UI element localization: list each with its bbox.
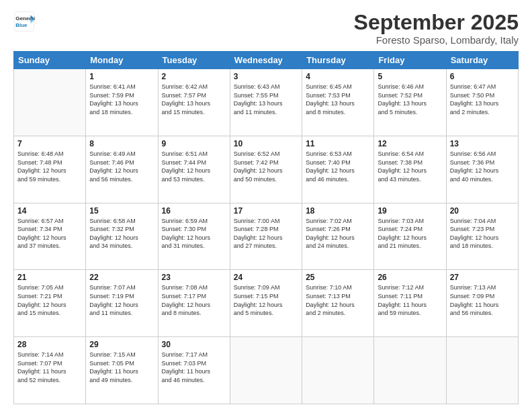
day-number: 10 xyxy=(234,139,298,148)
day-number: 7 xyxy=(17,139,82,148)
calendar-cell: 7Sunrise: 6:48 AM Sunset: 7:48 PM Daylig… xyxy=(14,136,86,203)
day-number: 1 xyxy=(89,72,154,81)
header-monday: Monday xyxy=(86,52,158,69)
calendar-cell: 3Sunrise: 6:43 AM Sunset: 7:55 PM Daylig… xyxy=(230,69,302,136)
day-number: 26 xyxy=(378,273,442,282)
calendar-cell: 30Sunrise: 7:17 AM Sunset: 7:03 PM Dayli… xyxy=(158,337,230,404)
day-number: 13 xyxy=(450,139,515,148)
day-number: 11 xyxy=(306,139,370,148)
page: General Blue September 2025 Foresto Spar… xyxy=(0,0,532,411)
day-number: 24 xyxy=(234,273,298,282)
calendar-cell: 4Sunrise: 6:45 AM Sunset: 7:53 PM Daylig… xyxy=(302,69,374,136)
day-info: Sunrise: 6:52 AM Sunset: 7:42 PM Dayligh… xyxy=(234,150,298,183)
weekday-header-row: Sunday Monday Tuesday Wednesday Thursday… xyxy=(14,52,519,69)
calendar-cell: 1Sunrise: 6:41 AM Sunset: 7:59 PM Daylig… xyxy=(86,69,158,136)
calendar-cell: 11Sunrise: 6:53 AM Sunset: 7:40 PM Dayli… xyxy=(302,136,374,203)
day-info: Sunrise: 6:46 AM Sunset: 7:52 PM Dayligh… xyxy=(378,83,442,116)
calendar-subtitle: Foresto Sparso, Lombardy, Italy xyxy=(354,34,519,46)
day-info: Sunrise: 7:13 AM Sunset: 7:09 PM Dayligh… xyxy=(450,283,515,317)
day-number: 27 xyxy=(450,273,515,282)
calendar-title: September 2025 xyxy=(354,11,519,34)
title-block: September 2025 Foresto Sparso, Lombardy,… xyxy=(354,11,519,46)
day-info: Sunrise: 6:48 AM Sunset: 7:48 PM Dayligh… xyxy=(17,150,82,183)
day-number: 5 xyxy=(378,72,442,81)
day-number: 4 xyxy=(306,72,370,81)
day-number: 9 xyxy=(162,139,226,148)
calendar-cell: 5Sunrise: 6:46 AM Sunset: 7:52 PM Daylig… xyxy=(374,69,446,136)
day-info: Sunrise: 6:58 AM Sunset: 7:32 PM Dayligh… xyxy=(89,217,154,250)
day-number: 25 xyxy=(306,273,370,282)
day-info: Sunrise: 7:08 AM Sunset: 7:17 PM Dayligh… xyxy=(162,283,226,317)
calendar-cell: 26Sunrise: 7:12 AM Sunset: 7:11 PM Dayli… xyxy=(374,270,446,337)
day-info: Sunrise: 7:09 AM Sunset: 7:15 PM Dayligh… xyxy=(234,283,298,317)
header-wednesday: Wednesday xyxy=(230,52,302,69)
day-info: Sunrise: 7:14 AM Sunset: 7:07 PM Dayligh… xyxy=(17,351,82,384)
day-number: 2 xyxy=(162,72,226,81)
calendar-cell: 13Sunrise: 6:56 AM Sunset: 7:36 PM Dayli… xyxy=(446,136,518,203)
header-thursday: Thursday xyxy=(302,52,374,69)
day-info: Sunrise: 6:47 AM Sunset: 7:50 PM Dayligh… xyxy=(450,83,515,116)
day-number: 21 xyxy=(17,273,82,282)
calendar-cell: 20Sunrise: 7:04 AM Sunset: 7:23 PM Dayli… xyxy=(446,203,518,270)
calendar-week-row: 14Sunrise: 6:57 AM Sunset: 7:34 PM Dayli… xyxy=(14,203,519,270)
header-friday: Friday xyxy=(374,52,446,69)
calendar-cell xyxy=(14,69,86,136)
calendar-cell: 9Sunrise: 6:51 AM Sunset: 7:44 PM Daylig… xyxy=(158,136,230,203)
day-number: 6 xyxy=(450,72,515,81)
day-info: Sunrise: 7:04 AM Sunset: 7:23 PM Dayligh… xyxy=(450,217,515,250)
calendar-table: Sunday Monday Tuesday Wednesday Thursday… xyxy=(13,51,519,404)
day-info: Sunrise: 6:42 AM Sunset: 7:57 PM Dayligh… xyxy=(162,83,226,116)
header-sunday: Sunday xyxy=(14,52,86,69)
calendar-cell: 12Sunrise: 6:54 AM Sunset: 7:38 PM Dayli… xyxy=(374,136,446,203)
calendar-cell: 21Sunrise: 7:05 AM Sunset: 7:21 PM Dayli… xyxy=(14,270,86,337)
calendar-week-row: 7Sunrise: 6:48 AM Sunset: 7:48 PM Daylig… xyxy=(14,136,519,203)
day-info: Sunrise: 6:57 AM Sunset: 7:34 PM Dayligh… xyxy=(17,217,82,250)
day-number: 17 xyxy=(234,206,298,216)
day-number: 28 xyxy=(17,340,82,349)
day-number: 12 xyxy=(378,139,442,148)
calendar-cell: 27Sunrise: 7:13 AM Sunset: 7:09 PM Dayli… xyxy=(446,270,518,337)
header-saturday: Saturday xyxy=(446,52,518,69)
calendar-cell: 29Sunrise: 7:15 AM Sunset: 7:05 PM Dayli… xyxy=(86,337,158,404)
calendar-cell: 10Sunrise: 6:52 AM Sunset: 7:42 PM Dayli… xyxy=(230,136,302,203)
header: General Blue September 2025 Foresto Spar… xyxy=(13,11,519,46)
calendar-cell: 28Sunrise: 7:14 AM Sunset: 7:07 PM Dayli… xyxy=(14,337,86,404)
day-info: Sunrise: 7:05 AM Sunset: 7:21 PM Dayligh… xyxy=(17,283,82,317)
calendar-cell xyxy=(446,337,518,404)
day-info: Sunrise: 6:53 AM Sunset: 7:40 PM Dayligh… xyxy=(306,150,370,183)
day-number: 3 xyxy=(234,72,298,81)
calendar-cell: 17Sunrise: 7:00 AM Sunset: 7:28 PM Dayli… xyxy=(230,203,302,270)
calendar-cell: 25Sunrise: 7:10 AM Sunset: 7:13 PM Dayli… xyxy=(302,270,374,337)
day-info: Sunrise: 6:43 AM Sunset: 7:55 PM Dayligh… xyxy=(234,83,298,116)
day-number: 23 xyxy=(162,273,226,282)
calendar-week-row: 21Sunrise: 7:05 AM Sunset: 7:21 PM Dayli… xyxy=(14,270,519,337)
day-info: Sunrise: 7:07 AM Sunset: 7:19 PM Dayligh… xyxy=(89,283,154,317)
day-info: Sunrise: 7:15 AM Sunset: 7:05 PM Dayligh… xyxy=(89,351,154,384)
calendar-cell: 2Sunrise: 6:42 AM Sunset: 7:57 PM Daylig… xyxy=(158,69,230,136)
calendar-cell: 8Sunrise: 6:49 AM Sunset: 7:46 PM Daylig… xyxy=(86,136,158,203)
day-number: 18 xyxy=(306,206,370,216)
day-info: Sunrise: 6:51 AM Sunset: 7:44 PM Dayligh… xyxy=(162,150,226,183)
day-number: 29 xyxy=(89,340,154,349)
calendar-cell: 14Sunrise: 6:57 AM Sunset: 7:34 PM Dayli… xyxy=(14,203,86,270)
calendar-cell: 18Sunrise: 7:02 AM Sunset: 7:26 PM Dayli… xyxy=(302,203,374,270)
day-info: Sunrise: 6:59 AM Sunset: 7:30 PM Dayligh… xyxy=(162,217,226,250)
logo-icon: General Blue xyxy=(13,11,35,32)
calendar-cell: 16Sunrise: 6:59 AM Sunset: 7:30 PM Dayli… xyxy=(158,203,230,270)
calendar-cell: 23Sunrise: 7:08 AM Sunset: 7:17 PM Dayli… xyxy=(158,270,230,337)
calendar-cell xyxy=(302,337,374,404)
day-info: Sunrise: 6:41 AM Sunset: 7:59 PM Dayligh… xyxy=(89,83,154,116)
calendar-cell: 19Sunrise: 7:03 AM Sunset: 7:24 PM Dayli… xyxy=(374,203,446,270)
calendar-week-row: 28Sunrise: 7:14 AM Sunset: 7:07 PM Dayli… xyxy=(14,337,519,404)
day-number: 30 xyxy=(162,340,226,349)
day-number: 14 xyxy=(17,206,82,216)
day-info: Sunrise: 7:03 AM Sunset: 7:24 PM Dayligh… xyxy=(378,217,442,250)
day-info: Sunrise: 6:56 AM Sunset: 7:36 PM Dayligh… xyxy=(450,150,515,183)
day-number: 20 xyxy=(450,206,515,216)
calendar-cell: 6Sunrise: 6:47 AM Sunset: 7:50 PM Daylig… xyxy=(446,69,518,136)
day-info: Sunrise: 6:54 AM Sunset: 7:38 PM Dayligh… xyxy=(378,150,442,183)
day-number: 19 xyxy=(378,206,442,216)
calendar-cell: 15Sunrise: 6:58 AM Sunset: 7:32 PM Dayli… xyxy=(86,203,158,270)
day-number: 22 xyxy=(89,273,154,282)
header-tuesday: Tuesday xyxy=(158,52,230,69)
